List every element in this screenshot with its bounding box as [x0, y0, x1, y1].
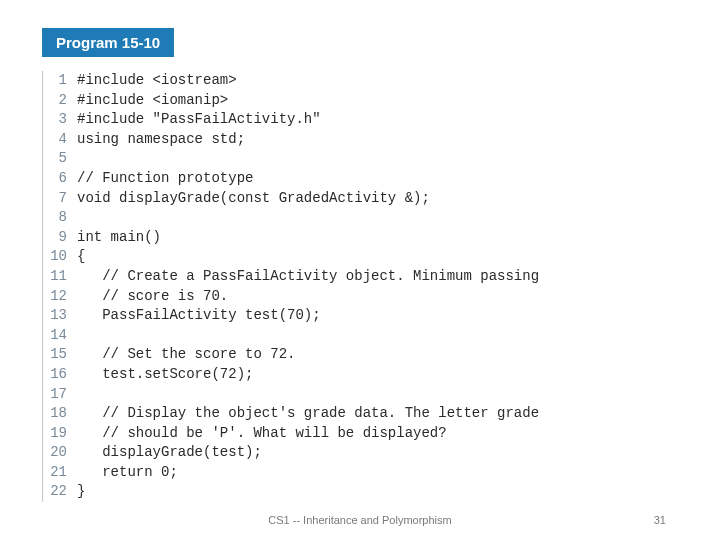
line-number: 8 — [43, 208, 77, 228]
code-line: 3#include "PassFailActivity.h" — [43, 110, 670, 130]
line-code: return 0; — [77, 463, 178, 483]
footer-text: CS1 -- Inheritance and Polymorphism — [268, 514, 451, 526]
line-code: { — [77, 247, 85, 267]
line-code: using namespace std; — [77, 130, 245, 150]
line-number: 22 — [43, 482, 77, 502]
code-line: 5 — [43, 149, 670, 169]
code-line: 11 // Create a PassFailActivity object. … — [43, 267, 670, 287]
code-block: 1#include <iostream>2#include <iomanip>3… — [42, 71, 670, 502]
line-number: 12 — [43, 287, 77, 307]
line-number: 15 — [43, 345, 77, 365]
code-line: 9int main() — [43, 228, 670, 248]
line-code: // Set the score to 72. — [77, 345, 295, 365]
code-line: 14 — [43, 326, 670, 346]
line-number: 21 — [43, 463, 77, 483]
code-line: 7void displayGrade(const GradedActivity … — [43, 189, 670, 209]
line-number: 18 — [43, 404, 77, 424]
code-line: 8 — [43, 208, 670, 228]
line-number: 16 — [43, 365, 77, 385]
line-code: #include <iomanip> — [77, 91, 228, 111]
line-number: 7 — [43, 189, 77, 209]
line-code: #include <iostream> — [77, 71, 237, 91]
line-code: test.setScore(72); — [77, 365, 253, 385]
line-code: // should be 'P'. What will be displayed… — [77, 424, 447, 444]
line-number: 19 — [43, 424, 77, 444]
line-number: 1 — [43, 71, 77, 91]
line-number: 14 — [43, 326, 77, 346]
line-code: void displayGrade(const GradedActivity &… — [77, 189, 430, 209]
line-number: 4 — [43, 130, 77, 150]
line-number: 11 — [43, 267, 77, 287]
slide: Program 15-10 1#include <iostream>2#incl… — [0, 0, 720, 540]
line-number: 10 — [43, 247, 77, 267]
code-line: 12 // score is 70. — [43, 287, 670, 307]
page-number: 31 — [654, 514, 666, 526]
code-line: 13 PassFailActivity test(70); — [43, 306, 670, 326]
code-line: 17 — [43, 385, 670, 405]
line-code: displayGrade(test); — [77, 443, 262, 463]
line-number: 6 — [43, 169, 77, 189]
code-line: 20 displayGrade(test); — [43, 443, 670, 463]
line-number: 13 — [43, 306, 77, 326]
line-code: int main() — [77, 228, 161, 248]
line-code: // Function prototype — [77, 169, 253, 189]
code-line: 15 // Set the score to 72. — [43, 345, 670, 365]
line-number: 9 — [43, 228, 77, 248]
code-line: 21 return 0; — [43, 463, 670, 483]
code-line: 6// Function prototype — [43, 169, 670, 189]
line-number: 5 — [43, 149, 77, 169]
code-line: 2#include <iomanip> — [43, 91, 670, 111]
code-line: 19 // should be 'P'. What will be displa… — [43, 424, 670, 444]
line-code: } — [77, 482, 85, 502]
line-code: // Display the object's grade data. The … — [77, 404, 539, 424]
code-line: 18 // Display the object's grade data. T… — [43, 404, 670, 424]
code-line: 22} — [43, 482, 670, 502]
line-number: 20 — [43, 443, 77, 463]
program-heading: Program 15-10 — [42, 28, 174, 57]
code-line: 16 test.setScore(72); — [43, 365, 670, 385]
footer: CS1 -- Inheritance and Polymorphism — [0, 514, 720, 526]
code-line: 10{ — [43, 247, 670, 267]
line-code: // Create a PassFailActivity object. Min… — [77, 267, 539, 287]
line-number: 3 — [43, 110, 77, 130]
line-number: 2 — [43, 91, 77, 111]
line-code: #include "PassFailActivity.h" — [77, 110, 321, 130]
code-line: 1#include <iostream> — [43, 71, 670, 91]
code-line: 4using namespace std; — [43, 130, 670, 150]
line-code: // score is 70. — [77, 287, 228, 307]
line-code: PassFailActivity test(70); — [77, 306, 321, 326]
line-number: 17 — [43, 385, 77, 405]
